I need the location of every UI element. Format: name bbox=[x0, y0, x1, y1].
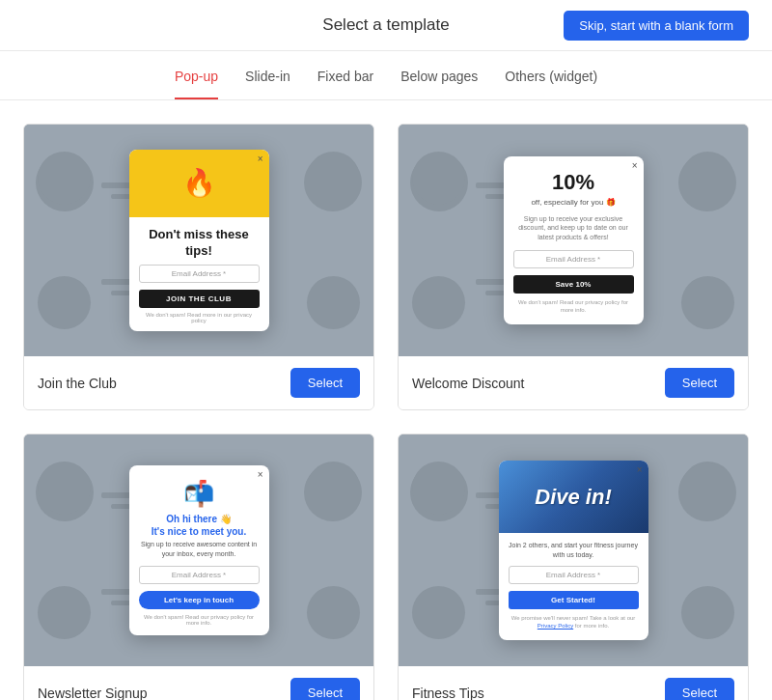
template-label: Join the Club bbox=[38, 376, 117, 391]
popup-body: 10% off, especially for you 🎁 Sign up to… bbox=[504, 156, 644, 323]
select-button[interactable]: Select bbox=[290, 678, 360, 700]
bg-circle bbox=[681, 152, 734, 205]
close-icon[interactable]: × bbox=[258, 469, 263, 480]
card-footer: Welcome Discount Select bbox=[399, 356, 748, 409]
popup-percent: 10% bbox=[513, 170, 634, 195]
page-title: Select a template bbox=[322, 15, 449, 35]
popup-top-area: 🔥 bbox=[129, 150, 269, 217]
preview-background: × 10% off, especially for you 🎁 Sign up … bbox=[399, 125, 748, 356]
popup-email-input[interactable]: Email Address * bbox=[139, 265, 260, 283]
popup-desc: Sign up to receive your exclusive discou… bbox=[513, 214, 634, 242]
bg-circle bbox=[412, 462, 465, 515]
tab-fixed-bar[interactable]: Fixed bar bbox=[317, 69, 373, 99]
bg-circle bbox=[412, 276, 465, 329]
tab-slide-in[interactable]: Slide-in bbox=[245, 69, 290, 99]
popup-fine-print: We don't spam! Read our privacy policy f… bbox=[513, 298, 634, 315]
popup-icon: 📬 bbox=[139, 479, 260, 509]
template-preview-newsletter-signup: × 📬 Oh hi there 👋It's nice to meet you. … bbox=[24, 434, 373, 666]
popup-cta-button[interactable]: JOIN THE CLUB bbox=[139, 290, 260, 308]
popup-email-input[interactable]: Email Address * bbox=[513, 250, 634, 268]
template-card-join-the-club: × 🔥 Don't miss these tips! Email Address… bbox=[23, 124, 374, 410]
privacy-policy-link[interactable]: Privacy Policy bbox=[538, 623, 573, 629]
select-button[interactable]: Select bbox=[665, 368, 734, 398]
close-icon[interactable]: × bbox=[637, 464, 643, 475]
popup-fine-print: We don't spam! Read our privacy policy f… bbox=[139, 614, 260, 626]
bg-circle bbox=[307, 462, 360, 515]
template-preview-welcome-discount: × 10% off, especially for you 🎁 Sign up … bbox=[399, 125, 748, 356]
template-preview-join-the-club: × 🔥 Don't miss these tips! Email Address… bbox=[24, 125, 373, 356]
popup-heading: Dive in! bbox=[535, 485, 611, 510]
tab-popup[interactable]: Pop-up bbox=[175, 69, 218, 99]
popup-fine-print: We don't spam! Read more in our privacy … bbox=[139, 312, 260, 323]
card-footer: Newsletter Signup Select bbox=[24, 666, 373, 700]
popup-email-input[interactable]: Email Address * bbox=[139, 566, 260, 584]
header: Select a template Skip, start with a bla… bbox=[0, 0, 772, 51]
bg-circle bbox=[38, 586, 91, 639]
template-card-newsletter-signup: × 📬 Oh hi there 👋It's nice to meet you. … bbox=[23, 434, 374, 700]
bg-circle bbox=[38, 152, 91, 205]
close-icon[interactable]: × bbox=[632, 160, 638, 171]
popup-cta-button[interactable]: Let's keep in touch bbox=[139, 591, 260, 609]
popup-email-input[interactable]: Email Address * bbox=[509, 566, 639, 584]
popup-heading: Oh hi there 👋It's nice to meet you. bbox=[139, 513, 260, 538]
select-button[interactable]: Select bbox=[290, 368, 360, 398]
popup-desc: Join 2 others, and start your fitness jo… bbox=[509, 541, 639, 560]
template-label: Fitness Tips bbox=[412, 686, 484, 701]
bg-circle bbox=[412, 152, 465, 205]
tab-below-pages[interactable]: Below pages bbox=[400, 69, 478, 99]
bg-circle bbox=[307, 276, 360, 329]
popup-modal: × 📬 Oh hi there 👋It's nice to meet you. … bbox=[129, 465, 269, 636]
bg-circle bbox=[307, 586, 360, 639]
bg-circle bbox=[681, 462, 734, 515]
popup-emoji: 🔥 bbox=[182, 167, 216, 199]
popup-cta-button[interactable]: Get Started! bbox=[509, 591, 639, 609]
template-card-welcome-discount: × 10% off, especially for you 🎁 Sign up … bbox=[398, 124, 749, 410]
preview-background: × 📬 Oh hi there 👋It's nice to meet you. … bbox=[24, 434, 373, 666]
popup-desc: Sign up to receive awesome content in yo… bbox=[139, 540, 260, 559]
close-icon[interactable]: × bbox=[258, 154, 263, 164]
popup-body: Join 2 others, and start your fitness jo… bbox=[499, 533, 648, 639]
bg-circle bbox=[412, 586, 465, 639]
popup-modal: × Dive in! Join 2 others, and start your… bbox=[499, 461, 648, 639]
popup-cta-button[interactable]: Save 10% bbox=[513, 275, 634, 294]
bg-circle bbox=[681, 586, 734, 639]
bg-circle bbox=[38, 462, 91, 515]
popup-subtitle: off, especially for you 🎁 bbox=[513, 197, 634, 208]
select-button[interactable]: Select bbox=[665, 678, 734, 700]
popup-modal: × 🔥 Don't miss these tips! Email Address… bbox=[129, 150, 269, 332]
preview-background: × Dive in! Join 2 others, and start your… bbox=[399, 434, 748, 666]
card-footer: Fitness Tips Select bbox=[399, 666, 748, 700]
popup-heading: Don't miss these tips! bbox=[139, 227, 260, 260]
popup-modal: × 10% off, especially for you 🎁 Sign up … bbox=[504, 156, 644, 323]
template-grid: × 🔥 Don't miss these tips! Email Address… bbox=[0, 124, 772, 700]
template-card-fitness-tips: × Dive in! Join 2 others, and start your… bbox=[398, 434, 749, 700]
tab-others[interactable]: Others (widget) bbox=[505, 69, 597, 99]
popup-top-area: Dive in! bbox=[499, 461, 648, 533]
template-label: Welcome Discount bbox=[412, 376, 524, 391]
bg-circle bbox=[307, 152, 360, 205]
popup-body: Don't miss these tips! Email Address * J… bbox=[129, 217, 269, 332]
template-preview-fitness-tips: × Dive in! Join 2 others, and start your… bbox=[399, 434, 748, 666]
preview-background: × 🔥 Don't miss these tips! Email Address… bbox=[24, 125, 373, 356]
popup-body: 📬 Oh hi there 👋It's nice to meet you. Si… bbox=[129, 465, 269, 636]
skip-button[interactable]: Skip, start with a blank form bbox=[564, 11, 749, 41]
card-footer: Join the Club Select bbox=[24, 356, 373, 409]
bg-circle bbox=[38, 276, 91, 329]
tabs: Pop-up Slide-in Fixed bar Below pages Ot… bbox=[0, 51, 772, 100]
popup-fine-print: We promise we'll never spam! Take a look… bbox=[509, 614, 639, 630]
template-label: Newsletter Signup bbox=[38, 686, 148, 701]
bg-circle bbox=[681, 276, 734, 329]
